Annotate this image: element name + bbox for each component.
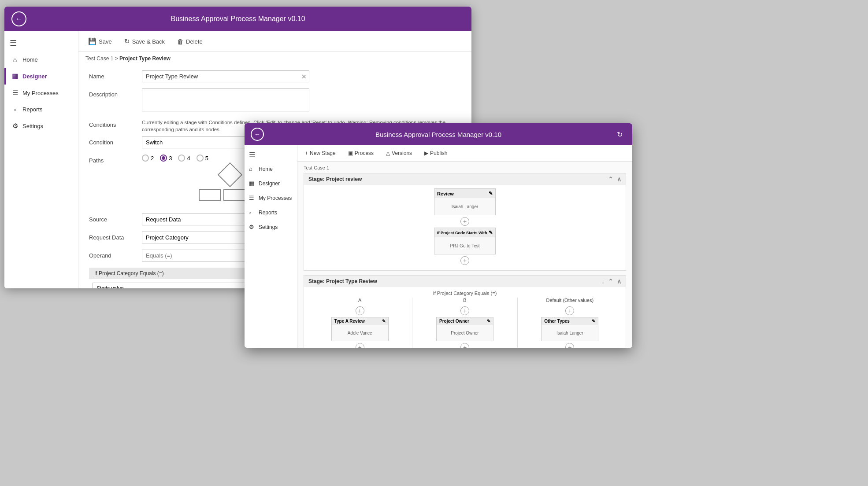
w2-sidebar-reports[interactable]: ▫ Reports: [245, 205, 297, 220]
window2-content: Test Case 1 Stage: Project review ⌃ ∧: [297, 162, 632, 348]
task-typea-body: Adele Vance: [332, 325, 388, 341]
sidebar-item-designer-label: Designer: [22, 73, 47, 80]
name-input[interactable]: [142, 70, 309, 82]
task-review-card: Review ✎ Isaiah Langer: [434, 188, 496, 215]
stage2-body: If Project Category Equals (=) A + Type …: [304, 287, 626, 348]
window1-titlebar: ← Business Approval Process Manager v0.1…: [4, 7, 471, 31]
stage2-header: Stage: Project Type Review ↓ ⌃ ∧: [304, 276, 626, 287]
conditions-label: Conditions: [89, 119, 142, 128]
stage2-title: Stage: Project Type Review: [308, 278, 377, 284]
save-back-button[interactable]: ↻ Save & Back: [122, 36, 167, 47]
window1-back-button[interactable]: ←: [11, 11, 26, 26]
w2-reports-icon: ▫: [249, 209, 256, 216]
sidebar-item-settings[interactable]: ⚙ Settings: [4, 118, 78, 134]
window2-main: + New Stage ▣ Process △ Versions ▶ Publi…: [297, 145, 632, 348]
edit-ifcode-icon[interactable]: ✎: [489, 230, 493, 236]
home-icon: ⌂: [11, 56, 19, 63]
window1-title: Business Approval Process Manager v0.10: [171, 15, 305, 23]
w2-my-processes-icon: ☰: [249, 195, 256, 201]
name-clear-button[interactable]: ✕: [301, 73, 307, 80]
col-b-label: B: [463, 298, 466, 303]
stage2-condition-header: If Project Category Equals (=): [308, 291, 622, 296]
collapse-stage2-icon[interactable]: ∧: [617, 278, 621, 285]
versions-button[interactable]: △ Versions: [384, 149, 414, 158]
condition-label: Condition: [89, 136, 142, 146]
new-stage-label: New Stage: [310, 150, 336, 156]
process-button[interactable]: ▣ Process: [346, 149, 376, 158]
edit-typea-icon[interactable]: ✎: [382, 319, 386, 324]
sidebar-item-my-processes[interactable]: ☰ My Processes: [4, 85, 78, 101]
sidebar-item-settings-label: Settings: [22, 123, 43, 129]
refresh-button[interactable]: ↻: [613, 128, 626, 141]
stage2-block: Stage: Project Type Review ↓ ⌃ ∧ If Proj…: [304, 275, 626, 348]
w2-designer-icon: ▦: [249, 180, 256, 187]
hamburger-icon[interactable]: ☰: [4, 35, 78, 52]
path-opt-4[interactable]: 4: [178, 155, 190, 162]
edit-stage2-icon[interactable]: ⌃: [608, 278, 613, 285]
switch-box-2: [223, 189, 245, 201]
task-review-person: Isaiah Langer: [452, 204, 479, 209]
task-othertypes-header: Other Types ✎: [542, 317, 598, 325]
radio-3: [160, 155, 167, 162]
sidebar-item-reports[interactable]: ▫ Reports: [4, 101, 78, 118]
stage2-col-a: A + Type A Review ✎ Adele Vance: [308, 298, 412, 348]
name-row: Name ✕: [89, 70, 461, 82]
edit-othertypes-icon[interactable]: ✎: [592, 319, 595, 324]
collapse-stage1-icon[interactable]: ∧: [617, 176, 621, 183]
publish-icon: ▶: [424, 150, 428, 156]
add-below-col-a-button[interactable]: +: [356, 343, 364, 348]
add-below-ifcode-button[interactable]: +: [460, 256, 469, 265]
description-label: Description: [89, 88, 142, 98]
description-input[interactable]: [142, 88, 309, 111]
add-above-col-a-button[interactable]: +: [356, 306, 364, 315]
task-othertypes-body: Isaiah Langer: [542, 325, 598, 341]
w2-designer-label: Designer: [259, 180, 280, 187]
sidebar-item-home[interactable]: ⌂ Home: [4, 52, 78, 68]
edit-stage1-icon[interactable]: ⌃: [608, 176, 613, 183]
stage2-columns: A + Type A Review ✎ Adele Vance: [308, 298, 622, 348]
radio-2: [142, 155, 149, 162]
stage1-header: Stage: Project review ⌃ ∧: [304, 173, 626, 185]
window2-back-button[interactable]: ←: [251, 128, 264, 141]
delete-icon: 🗑: [177, 38, 184, 45]
w2-sidebar-designer[interactable]: ▦ Designer: [245, 176, 297, 191]
add-above-col-b-button[interactable]: +: [460, 306, 469, 315]
path-opt-5[interactable]: 5: [197, 155, 208, 162]
save-back-icon: ↻: [124, 37, 130, 45]
window1-toolbar: 💾 Save ↻ Save & Back 🗑 Delete: [78, 31, 471, 52]
add-below-col-b-button[interactable]: +: [460, 343, 469, 348]
w2-sidebar-my-processes[interactable]: ☰ My Processes: [245, 191, 297, 205]
w2-sidebar-settings[interactable]: ⚙ Settings: [245, 220, 297, 234]
new-stage-button[interactable]: + New Stage: [303, 149, 338, 158]
task-projowner-person: Project Owner: [451, 331, 479, 335]
w2-home-icon: ⌂: [249, 166, 256, 172]
task-othertypes-name: Other Types: [544, 319, 570, 324]
edit-task-review-icon[interactable]: ✎: [489, 191, 493, 196]
sidebar-item-designer[interactable]: ▦ Designer: [4, 68, 78, 85]
delete-button[interactable]: 🗑 Delete: [174, 36, 205, 47]
add-below-review-button[interactable]: +: [460, 217, 469, 226]
edit-projowner-icon[interactable]: ✎: [487, 319, 490, 324]
versions-icon: △: [386, 150, 390, 156]
window2-sidebar: ☰ ⌂ Home ▦ Designer ☰ My Processes ▫ Rep…: [245, 145, 297, 348]
task-projowner-card: Project Owner ✎ Project Owner: [436, 317, 493, 341]
path-opt-3[interactable]: 3: [160, 155, 172, 162]
move-down-stage2-icon[interactable]: ↓: [601, 278, 605, 285]
process-icon: ▣: [348, 150, 353, 156]
publish-label: Publish: [430, 150, 447, 156]
path-opt-2[interactable]: 2: [142, 155, 154, 162]
w2-hamburger-icon[interactable]: ☰: [245, 148, 297, 162]
publish-button[interactable]: ▶ Publish: [422, 149, 449, 158]
w2-home-label: Home: [259, 166, 273, 172]
versions-label: Versions: [392, 150, 412, 156]
save-button[interactable]: 💾 Save: [85, 36, 115, 47]
w2-sidebar-home[interactable]: ⌂ Home: [245, 162, 297, 176]
breadcrumb-current: Project Type Review: [119, 55, 171, 62]
task-typea-person: Adele Vance: [348, 331, 372, 335]
task-ifcode-person: PRJ Go to Test: [450, 243, 479, 248]
add-below-col-default-button[interactable]: +: [565, 343, 574, 348]
task-projowner-header: Project Owner ✎: [437, 317, 493, 325]
source-label: Source: [89, 214, 142, 223]
add-above-col-default-button[interactable]: +: [565, 306, 574, 315]
operand-label: Operand: [89, 250, 142, 259]
